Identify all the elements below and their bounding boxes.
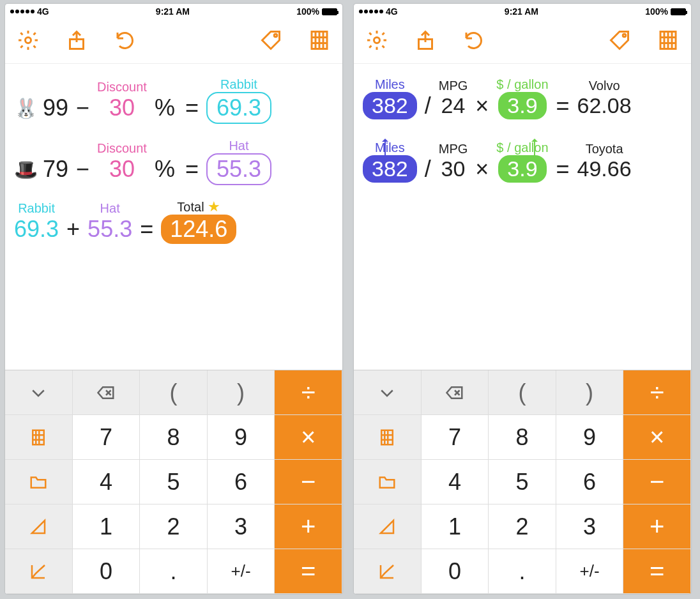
result-pill[interactable]: 55.3 [206,153,271,185]
digit-3-key[interactable]: 3 [556,504,624,549]
miles-pill[interactable]: 382 [363,92,417,119]
result-value[interactable]: 49.66 [577,156,632,181]
equals-sign: = [183,95,201,121]
decimal-key[interactable]: . [489,549,556,594]
equals-sign: = [554,93,572,119]
price-pill[interactable]: 3.9 [498,92,546,119]
total-pill[interactable]: 124.6 [161,215,236,244]
side-angle-key[interactable] [5,504,73,549]
operator-plus: + [64,216,82,243]
hat-emoji-icon: 🎩 [14,158,38,181]
multiply-key[interactable]: × [623,415,691,460]
backspace-key[interactable] [73,370,141,415]
side-folder-key[interactable] [5,460,73,504]
side-folder-key[interactable] [354,460,422,504]
digit-3-key[interactable]: 3 [208,504,275,549]
tag-icon[interactable] [259,29,282,54]
digit-8-key[interactable]: 8 [489,415,556,460]
price-label: $ / gallon [496,78,548,91]
digit-5-key[interactable]: 5 [489,460,556,504]
grid-icon[interactable] [657,29,680,54]
battery-percent: 100% [296,6,319,17]
link-arrow-green-icon [534,139,535,161]
side-graph-key[interactable] [5,549,73,594]
tag-icon[interactable] [608,29,631,54]
digit-6-key[interactable]: 6 [208,460,275,504]
keypad: ( ) ÷ 7 8 9 × 4 5 6 − 1 2 3 + 0 . +/- = [354,370,691,594]
share-icon[interactable] [65,29,88,54]
result-value[interactable]: 62.08 [577,93,632,118]
undo-icon[interactable] [462,29,485,54]
side-graph-key[interactable] [354,549,422,594]
calc-area-left[interactable]: 🐰 99 − Discount30 % = Rabbit69.3 🎩 79 − … [5,64,342,370]
share-icon[interactable] [414,29,437,54]
brand-label: Toyota [586,142,623,155]
rabbit-ref-value[interactable]: 69.3 [14,216,59,243]
value-b[interactable]: 30 [109,156,135,183]
mpg-value[interactable]: 24 [441,93,466,118]
price-pill[interactable]: 3.9 [498,155,546,183]
mpg-label: MPG [439,79,468,92]
digit-8-key[interactable]: 8 [140,415,208,460]
divide-key[interactable]: ÷ [623,370,691,415]
add-key[interactable]: + [275,504,342,549]
value-a[interactable]: 79 [43,156,68,183]
settings-gear-icon[interactable] [17,29,40,54]
operator-divide: / [422,156,434,183]
collapse-key[interactable] [354,370,422,415]
divide-key[interactable]: ÷ [275,370,342,415]
digit-6-key[interactable]: 6 [556,460,624,504]
add-key[interactable]: + [623,504,691,549]
calc-area-right[interactable]: Miles382 / MPG24 × $ / gallon3.9 = Volvo… [354,64,691,370]
equals-key[interactable]: = [623,549,691,594]
multiply-key[interactable]: × [275,415,342,460]
side-grid-key[interactable] [354,415,422,460]
miles-pill[interactable]: 382 [363,155,417,183]
plus-minus-key[interactable]: +/- [556,549,624,594]
digit-0-key[interactable]: 0 [422,549,489,594]
close-paren-key[interactable]: ) [556,370,624,415]
settings-gear-icon[interactable] [365,29,388,54]
undo-icon[interactable] [114,29,137,54]
plus-minus-key[interactable]: +/- [208,549,275,594]
operator-divide: / [422,93,434,119]
digit-2-key[interactable]: 2 [489,504,556,549]
calc-row: 🎩 79 − Discount30 % = Hat55.3 [14,139,333,185]
open-paren-key[interactable]: ( [140,370,208,415]
digit-7-key[interactable]: 7 [73,415,141,460]
clock: 9:21 AM [49,6,297,17]
value-b[interactable]: 30 [109,95,135,121]
digit-1-key[interactable]: 1 [73,504,141,549]
price-label: $ / gallon [496,141,548,154]
close-paren-key[interactable]: ) [208,370,275,415]
digit-9-key[interactable]: 9 [208,415,275,460]
phone-right: 4G 9:21 AM 100% Miles382 / MPG24 × $ / g… [354,4,691,594]
subtract-key[interactable]: − [275,460,342,504]
digit-4-key[interactable]: 4 [422,460,489,504]
digit-7-key[interactable]: 7 [422,415,489,460]
link-arrow-blue-icon [384,139,386,161]
signal-dots-icon [359,10,383,13]
digit-9-key[interactable]: 9 [556,415,624,460]
mpg-value[interactable]: 30 [441,156,466,181]
collapse-key[interactable] [5,370,73,415]
result-pill[interactable]: 69.3 [206,92,271,124]
hat-ref-value[interactable]: 55.3 [88,216,132,243]
digit-1-key[interactable]: 1 [422,504,489,549]
digit-5-key[interactable]: 5 [140,460,208,504]
svg-point-0 [26,37,31,43]
equals-key[interactable]: = [275,549,342,594]
open-paren-key[interactable]: ( [489,370,556,415]
grid-icon[interactable] [308,29,331,54]
value-a[interactable]: 99 [43,95,68,121]
digit-2-key[interactable]: 2 [140,504,208,549]
digit-0-key[interactable]: 0 [73,549,141,594]
decimal-key[interactable]: . [140,549,208,594]
side-angle-key[interactable] [354,504,422,549]
keypad: ( ) ÷ 7 8 9 × 4 5 6 − 1 2 3 + 0 . +/- = [5,370,342,594]
side-grid-key[interactable] [5,415,73,460]
subtract-key[interactable]: − [623,460,691,504]
backspace-key[interactable] [422,370,489,415]
digit-4-key[interactable]: 4 [73,460,141,504]
operator-minus: − [73,156,92,183]
